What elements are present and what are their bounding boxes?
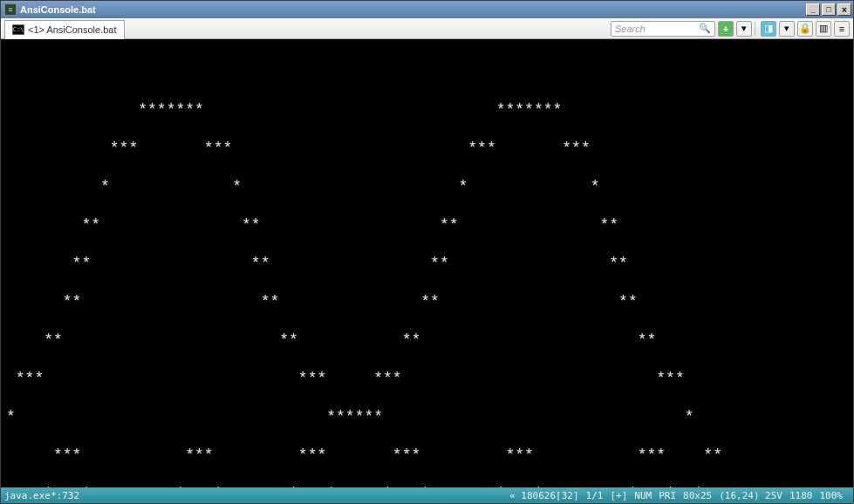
terminal-output[interactable]: ******* ******* *** *** *** *** * * * * …: [1, 39, 853, 487]
status-num-indicator: NUM: [634, 490, 652, 501]
terminal-line: ** ** ** **: [6, 254, 848, 273]
dropdown-button[interactable]: ▾: [736, 21, 752, 37]
window-title: AnsiConsole.bat: [20, 4, 804, 15]
menu-button[interactable]: ≡: [834, 21, 850, 37]
search-icon: 🔍: [699, 23, 711, 34]
dropdown-button-2[interactable]: ▾: [779, 21, 795, 37]
terminal-line: * * * * * * * * * * * * *: [6, 484, 848, 487]
terminal-line: * ****** *: [6, 407, 848, 426]
status-bar: java.exe*:732 « 180626[32] 1/1 [+] NUM P…: [1, 487, 853, 503]
search-placeholder: Search: [615, 24, 646, 34]
window-titlebar: ≡ AnsiConsole.bat _ □ ×: [1, 1, 853, 18]
terminal-line: ** ** ** **: [6, 330, 848, 350]
terminal-line: [6, 62, 848, 81]
terminal-line: ** ** ** **: [6, 292, 848, 311]
terminal-line: *** *** *** ***: [6, 369, 848, 388]
status-cursor-pos: (16,24) 25V: [719, 490, 782, 501]
status-segment: 1/1: [586, 490, 604, 501]
minimize-button[interactable]: _: [806, 3, 820, 16]
layout-button[interactable]: ▥: [816, 21, 831, 37]
console-icon: C:\: [12, 24, 24, 35]
terminal-line: ******* *******: [6, 100, 848, 119]
status-zoom: 100%: [820, 490, 844, 501]
panel-button[interactable]: ◨: [761, 21, 776, 37]
terminal-line: * * * *: [6, 177, 848, 196]
status-segment: « 180626[32]: [509, 490, 578, 501]
terminal-line: *** *** *** ***: [6, 139, 848, 158]
toolbar: C:\ <1> AnsiConsole.bat Search 🔍 + ▾ ◨ ▾…: [1, 18, 853, 39]
status-segment: [+]: [610, 490, 627, 501]
search-input[interactable]: Search 🔍: [611, 21, 715, 37]
status-process: java.exe*:732: [4, 490, 79, 501]
add-button[interactable]: +: [718, 21, 734, 37]
lock-button[interactable]: 🔒: [797, 21, 813, 37]
terminal-line: *** *** *** *** *** *** **: [6, 446, 848, 465]
close-button[interactable]: ×: [837, 3, 851, 16]
status-segment: 1180: [789, 490, 813, 501]
terminal-line: ** ** ** **: [6, 215, 848, 235]
tab-label: <1> AnsiConsole.bat: [28, 24, 117, 35]
maximize-button[interactable]: □: [822, 3, 836, 16]
tab-ansiconsole[interactable]: C:\ <1> AnsiConsole.bat: [4, 20, 125, 39]
status-dimensions: 80x25: [683, 490, 712, 501]
toolbar-separator: [755, 22, 755, 36]
app-icon: ≡: [4, 3, 17, 16]
status-segment: PRI: [659, 490, 676, 501]
